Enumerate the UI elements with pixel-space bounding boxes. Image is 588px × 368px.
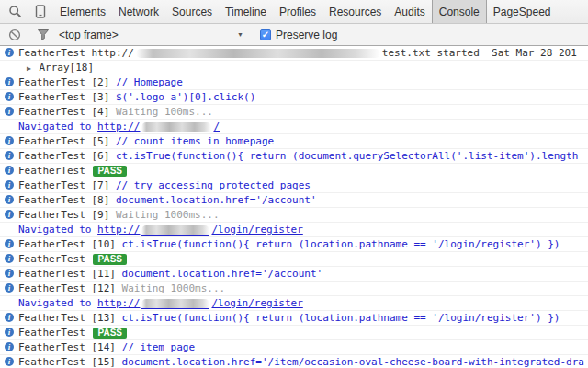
console-row: iFeatherTest [4] Waiting 100ms... — [0, 105, 588, 120]
log-text: FeatherTest — [18, 165, 91, 177]
console-row: iFeatherTest PASS — [0, 252, 588, 267]
console-row: Navigated to http:///login/register — [0, 223, 588, 237]
preserve-log-checkbox[interactable]: ✓ — [260, 29, 271, 40]
info-icon: i — [5, 92, 14, 101]
console-row: iFeatherTest [3] $('.logo a')[0].click() — [0, 90, 588, 105]
console-row: iFeatherTest [14] // item page — [0, 340, 588, 355]
log-text: ct.isTrue(function(){ return (location.p… — [122, 238, 560, 250]
console-row: iFeatherTest [5] // count items in homep… — [0, 134, 588, 149]
log-text: FeatherTest — [18, 327, 91, 339]
info-icon: i — [5, 210, 14, 219]
info-icon: i — [5, 342, 14, 351]
console-log[interactable]: iFeatherTest http://test.txt started Sat… — [0, 46, 588, 368]
redacted-url-blur — [141, 122, 211, 132]
log-text: Navigated to — [18, 297, 97, 309]
execution-context-selector[interactable]: <top frame> ▼ — [59, 29, 247, 41]
frame-selector-value: <top frame> — [59, 29, 119, 41]
console-row: Navigated to http:///login/register — [0, 296, 588, 311]
console-link[interactable]: http:// — [97, 224, 140, 236]
console-row: iFeatherTest [2] // Homepage — [0, 75, 588, 90]
console-row: iFeatherTest [7] // try accessing protec… — [0, 178, 588, 193]
tabbar-icons — [0, 0, 53, 23]
console-row: iFeatherTest [6] ct.isTrue(function(){ r… — [0, 149, 588, 164]
tab-console[interactable]: Console — [432, 0, 487, 23]
log-text: FeatherTest [8] — [18, 194, 116, 206]
console-link[interactable]: http:// — [97, 121, 140, 132]
console-row: iFeatherTest http://test.txt started Sat… — [0, 46, 588, 61]
log-text: FeatherTest [13] — [18, 312, 122, 324]
log-text: FeatherTest — [18, 253, 91, 265]
tab-timeline[interactable]: Timeline — [219, 0, 273, 23]
log-text: document.location.href='/account' — [122, 268, 323, 280]
log-text: Waiting 1000ms... — [116, 209, 220, 221]
info-icon: i — [5, 283, 14, 293]
console-row: Navigated to http:/// — [0, 120, 588, 134]
info-icon: i — [5, 136, 14, 145]
log-text: Waiting 100ms... — [116, 106, 213, 118]
info-icon: i — [5, 328, 14, 337]
info-icon: i — [5, 195, 14, 204]
info-icon: i — [5, 77, 14, 86]
log-text: Navigated to — [18, 224, 97, 236]
tab-audits[interactable]: Audits — [388, 0, 431, 23]
preserve-log-control[interactable]: ✓ Preserve log — [260, 29, 337, 41]
log-text: document.location.href='/account' — [116, 194, 317, 206]
pass-badge: PASS — [93, 166, 127, 177]
log-text: ct.isTrue(function(){ return (location.p… — [122, 312, 560, 324]
disclosure-triangle-icon[interactable]: ▶ — [27, 64, 33, 73]
chevron-down-icon: ▼ — [237, 31, 243, 38]
tab-resources[interactable]: Resources — [322, 0, 388, 23]
info-icon: i — [5, 313, 14, 322]
console-row: iFeatherTest [11] document.location.href… — [0, 267, 588, 282]
tab-network[interactable]: Network — [112, 0, 165, 23]
log-text: FeatherTest [6] — [18, 150, 116, 162]
info-icon: i — [5, 357, 14, 366]
log-text: document.location.href='/item/occasion-o… — [122, 356, 584, 368]
redacted-url-blur — [141, 225, 209, 236]
log-text: FeatherTest [11] — [18, 268, 122, 280]
devtools-tabbar: ElementsNetworkSourcesTimelineProfilesRe… — [0, 0, 588, 24]
tab-elements[interactable]: Elements — [53, 0, 112, 23]
info-icon: i — [5, 48, 14, 57]
console-link[interactable]: /login/register — [211, 297, 302, 309]
info-icon: i — [5, 107, 14, 116]
log-text: FeatherTest [9] — [18, 209, 116, 221]
log-text: // item page — [122, 341, 195, 353]
filter-funnel-icon[interactable] — [36, 28, 50, 41]
console-row: iFeatherTest PASS — [0, 326, 588, 340]
log-text: FeatherTest [7] — [18, 179, 116, 191]
pass-badge: PASS — [93, 328, 127, 339]
log-text: Navigated to — [18, 121, 97, 132]
device-mode-icon[interactable] — [33, 5, 48, 19]
log-text: FeatherTest [4] — [18, 106, 116, 118]
info-icon: i — [5, 254, 14, 263]
info-icon: i — [5, 239, 14, 248]
inspect-search-icon[interactable] — [7, 5, 22, 19]
log-text: // count items in homepage — [116, 135, 274, 147]
console-row: iFeatherTest PASS — [0, 164, 588, 178]
tab-sources[interactable]: Sources — [165, 0, 219, 23]
log-text: $('.logo a')[0].click() — [116, 91, 255, 103]
tab-profiles[interactable]: Profiles — [273, 0, 322, 23]
info-icon: i — [5, 151, 14, 160]
log-text: Waiting 1000ms... — [122, 282, 226, 294]
console-link[interactable]: / — [213, 121, 220, 132]
log-text: FeatherTest [10] — [18, 238, 122, 250]
console-link[interactable]: http:// — [97, 297, 140, 309]
redacted-url-blur — [141, 299, 209, 309]
redacted-url-blur — [136, 49, 380, 58]
console-row: iFeatherTest [9] Waiting 1000ms... — [0, 208, 588, 223]
console-toolbar: <top frame> ▼ ✓ Preserve log — [0, 24, 588, 46]
log-text: FeatherTest [12] — [18, 282, 122, 294]
console-row: iFeatherTest [15] document.location.href… — [0, 355, 588, 368]
log-text: FeatherTest [15] — [18, 356, 122, 368]
console-row: iFeatherTest [10] ct.isTrue(function(){ … — [0, 237, 588, 252]
console-link[interactable]: /login/register — [211, 224, 302, 236]
log-text: FeatherTest [14] — [18, 341, 122, 353]
preserve-log-label[interactable]: Preserve log — [276, 29, 337, 41]
clear-console-icon[interactable] — [7, 28, 21, 41]
tab-pagespeed[interactable]: PageSpeed — [487, 0, 558, 23]
info-icon: i — [5, 269, 14, 278]
panel-tabs: ElementsNetworkSourcesTimelineProfilesRe… — [53, 0, 557, 23]
log-text: // Homepage — [116, 76, 183, 88]
